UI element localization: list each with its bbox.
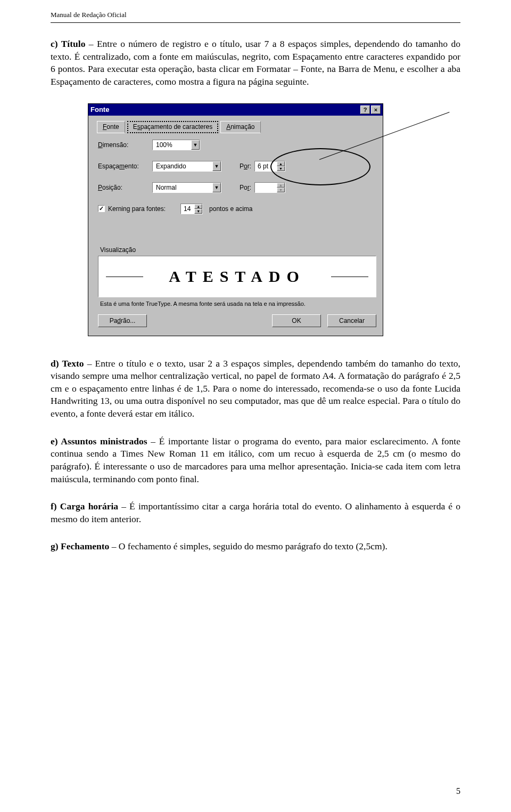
dialog-buttons: Padrão... OK Cancelar [97, 314, 377, 332]
para-c-lead: c) Título [51, 38, 85, 49]
preview-rule-left [106, 277, 143, 277]
spin-up-icon[interactable]: ▲ [277, 161, 285, 166]
chevron-down-icon[interactable]: ▼ [191, 140, 200, 150]
spinner-por-1[interactable]: 6 pt ▲▼ [254, 161, 285, 172]
para-g-text: – O fechamento é simples, seguido do mes… [109, 541, 387, 551]
document-header: Manual de Redação Oficial [51, 0, 460, 21]
dialog-screenshot: Fonte ? × Fonte Espaçamento de caractere… [88, 103, 383, 336]
dialog-title: Fonte [90, 105, 109, 113]
font-dialog: Fonte ? × Fonte Espaçamento de caractere… [88, 103, 383, 336]
para-f-lead: f) Carga horária [51, 501, 118, 511]
help-button[interactable]: ? [360, 105, 370, 114]
preview-box: ATESTADO [98, 256, 376, 297]
posicao-value: Normal [153, 183, 212, 192]
paragraph-e: e) Assuntos ministrados – É importante l… [51, 435, 460, 486]
spin-down-icon[interactable]: ▼ [277, 188, 285, 192]
preview-note: Esta é uma fonte TrueType. A mesma fonte… [100, 301, 376, 307]
label-dimensao: Dimensão: [98, 141, 149, 149]
kerning-checkbox[interactable]: ✓ [98, 205, 105, 212]
titlebar: Fonte ? × [88, 104, 383, 116]
label-por-1: Por: [240, 163, 251, 170]
spin-up-icon[interactable]: ▲ [194, 204, 202, 209]
spinner-kerning[interactable]: 14 ▲▼ [180, 204, 203, 214]
cancel-button[interactable]: Cancelar [327, 314, 376, 327]
page-number: 5 [456, 786, 460, 796]
chevron-down-icon[interactable]: ▼ [212, 161, 221, 171]
preview-text: ATESTADO [169, 267, 306, 286]
preview-group: Visualização ATESTADO Esta é uma fonte T… [98, 246, 376, 307]
espacamento-value: Expandido [153, 161, 212, 171]
paragraph-f: f) Carga horária – É importantíssimo cit… [51, 500, 460, 525]
dimensao-value: 100% [153, 140, 191, 150]
paragraph-g: g) Fechamento – O fechamento é simples, … [51, 540, 460, 553]
preview-rule-right [331, 277, 368, 277]
dropdown-dimensao[interactable]: 100% ▼ [152, 140, 200, 150]
spin-up-icon[interactable]: ▲ [277, 183, 285, 188]
tab-spacing[interactable]: Espaçamento de caracteres [127, 121, 218, 133]
header-rule [51, 22, 460, 23]
para-e-lead: e) Assuntos ministrados [51, 436, 147, 446]
dropdown-posicao[interactable]: Normal ▼ [152, 182, 221, 193]
tab-font[interactable]: Fonte [97, 121, 125, 133]
label-kerning: Kerning para fontes: [108, 205, 166, 213]
tab-animation[interactable]: Animação [220, 121, 260, 133]
row-espacamento: Espaçamento: Expandido ▼ Por: 6 pt ▲▼ [98, 161, 377, 172]
label-por-2: Por: [240, 184, 251, 191]
para-c-text: – Entre o número de registro e o título,… [51, 38, 460, 87]
ok-button[interactable]: OK [272, 314, 321, 327]
para-d-text: – Entre o título e o texto, usar 2 a 3 e… [51, 358, 460, 419]
por2-value [255, 183, 277, 192]
row-dimensao: Dimensão: 100% ▼ [98, 140, 377, 150]
dropdown-espacamento[interactable]: Expandido ▼ [152, 161, 221, 172]
row-posicao: Posição: Normal ▼ Por: ▲▼ [98, 182, 377, 193]
close-button[interactable]: × [371, 105, 381, 114]
para-d-lead: d) Texto [51, 358, 84, 369]
chevron-down-icon[interactable]: ▼ [212, 183, 221, 192]
spinner-por-2[interactable]: ▲▼ [254, 182, 285, 193]
paragraph-c: c) Título – Entre o número de registro e… [51, 38, 460, 88]
kerning-value: 14 [181, 204, 194, 214]
kerning-after-label: pontos e acima [209, 205, 252, 213]
tabs: Fonte Espaçamento de caracteres Animação [97, 121, 377, 133]
paragraph-d: d) Texto – Entre o título e o texto, usa… [51, 358, 460, 420]
default-button[interactable]: Padrão... [98, 314, 147, 327]
label-posicao: Posição: [98, 184, 149, 191]
spin-down-icon[interactable]: ▼ [194, 209, 202, 214]
spin-down-icon[interactable]: ▼ [277, 166, 285, 171]
row-kerning: ✓ Kerning para fontes: 14 ▲▼ pontos e ac… [98, 204, 377, 214]
label-espacamento: Espaçamento: [98, 163, 149, 170]
preview-label: Visualização [98, 246, 376, 254]
para-g-lead: g) Fechamento [51, 541, 109, 551]
por1-value: 6 pt [255, 161, 277, 171]
